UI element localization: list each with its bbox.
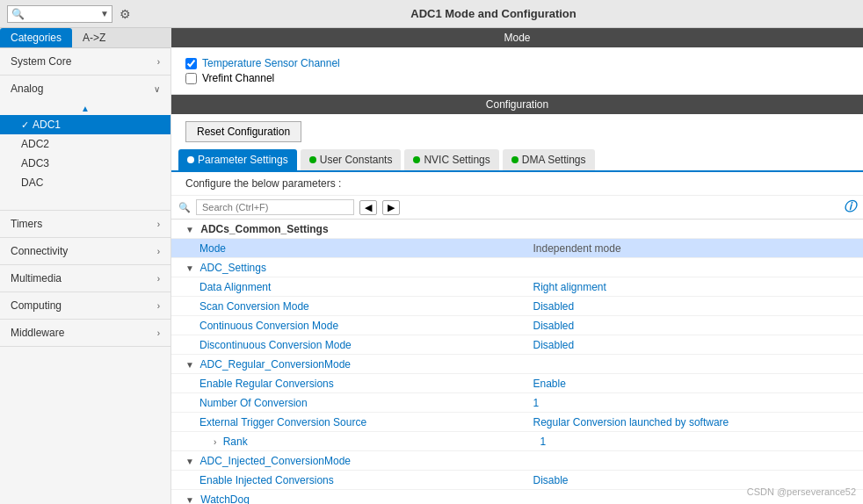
config-section-header: Configuration xyxy=(171,95,863,114)
temperature-sensor-checkbox[interactable] xyxy=(185,58,197,69)
next-button[interactable]: ▶ xyxy=(382,200,400,215)
info-icon[interactable]: ⓘ xyxy=(844,199,856,215)
tree-cell-label: Scan Conversion Mode xyxy=(171,298,526,315)
tab-user-constants[interactable]: User Constants xyxy=(301,149,402,170)
sidebar-section-middleware: Middleware › xyxy=(0,320,170,347)
main-layout: Categories A->Z System Core › Analog ∨ ▲… xyxy=(0,28,863,504)
tree-row[interactable]: External Trigger Conversion Source Regul… xyxy=(171,413,863,432)
tab-az[interactable]: A->Z xyxy=(72,28,116,47)
search-icon-params: 🔍 xyxy=(178,202,191,213)
tab-nvic-label: NVIC Settings xyxy=(424,154,490,166)
tree-row[interactable]: › Rank 1 xyxy=(171,432,863,451)
collapse-icon[interactable]: ▼ xyxy=(185,495,194,505)
tree-row[interactable]: Enable Regular Conversions Enable xyxy=(171,374,863,393)
tab-categories[interactable]: Categories xyxy=(0,28,72,47)
tree-cell-value xyxy=(519,227,864,232)
param-label: Discontinuous Conversion Mode xyxy=(199,339,352,351)
tree-cell-label: ▼ ADC_Injected_ConversionMode xyxy=(171,452,519,470)
dropdown-arrow-icon[interactable]: ▼ xyxy=(100,9,109,18)
search-input[interactable] xyxy=(28,9,98,19)
tab-parameter-label: Parameter Settings xyxy=(198,154,288,166)
tree-cell-value: 1 xyxy=(526,394,864,412)
tree-cell-label: Enable Regular Conversions xyxy=(171,375,526,392)
tab-dma-settings[interactable]: DMA Settings xyxy=(503,149,595,170)
timers-label: Timers xyxy=(11,218,42,230)
tree-cell-label: ▼ WatchDog xyxy=(171,491,519,505)
chevron-right-icon-timers: › xyxy=(157,220,160,229)
search-icon: 🔍 xyxy=(11,8,25,20)
collapse-icon[interactable]: ▼ xyxy=(185,225,194,234)
system-core-label: System Core xyxy=(11,55,71,68)
tab-dma-label: DMA Settings xyxy=(522,154,586,166)
tree-cell-label: › Rank xyxy=(171,433,533,450)
tree-cell-value: Right alignment xyxy=(526,278,864,296)
reset-config-button[interactable]: Reset Configuration xyxy=(185,121,301,142)
tree-row[interactable]: ▼ ADC_Settings xyxy=(171,258,863,277)
param-label: Mode xyxy=(199,242,226,255)
expand-icon[interactable]: › xyxy=(214,437,216,447)
tree-row[interactable]: ▼ ADC_Injected_ConversionMode xyxy=(171,451,863,471)
section-label: ADCs_Common_Settings xyxy=(200,223,328,235)
sidebar-section-computing: Computing › xyxy=(0,292,170,320)
chevron-right-icon-mw: › xyxy=(157,328,160,338)
param-label: Enable Regular Conversions xyxy=(199,378,334,390)
param-label: Number Of Conversion xyxy=(199,397,308,409)
gear-button[interactable]: ⚙ xyxy=(120,7,131,21)
config-body: Reset Configuration Parameter Settings U… xyxy=(171,114,863,504)
vrefint-row: Vrefint Channel xyxy=(185,72,849,84)
tab-dot-nvic xyxy=(413,156,420,163)
sidebar-item-adc3[interactable]: ADC3 xyxy=(0,154,170,173)
tree-row[interactable]: Mode Independent mode xyxy=(171,239,863,258)
tree-cell-value: Enable xyxy=(526,375,864,392)
content-area: Mode Temperature Sensor Channel Vrefint … xyxy=(171,28,863,504)
search-wrapper[interactable]: 🔍 ▼ xyxy=(7,5,112,23)
mode-section-header: Mode xyxy=(171,28,863,47)
params-search-input[interactable] xyxy=(196,199,354,215)
tab-parameter-settings[interactable]: Parameter Settings xyxy=(178,149,297,170)
prev-button[interactable]: ◀ xyxy=(359,200,377,215)
tree-row[interactable]: Scan Conversion Mode Disabled xyxy=(171,297,863,316)
chevron-right-icon-comp: › xyxy=(157,301,160,311)
sidebar-item-dac[interactable]: DAC xyxy=(0,173,170,192)
sidebar-item-computing[interactable]: Computing › xyxy=(0,292,170,319)
tab-user-label: User Constants xyxy=(320,154,393,166)
sidebar-item-middleware[interactable]: Middleware › xyxy=(0,320,170,346)
tree-row[interactable]: Discontinuous Conversion Mode Disabled xyxy=(171,335,863,355)
tree-row[interactable]: ▼ ADCs_Common_Settings xyxy=(171,220,863,239)
window-title: ADC1 Mode and Configuration xyxy=(131,7,856,20)
vrefint-checkbox[interactable] xyxy=(185,73,197,84)
tree-cell-value xyxy=(519,265,864,270)
tree-cell-label: ▼ ADC_Regular_ConversionMode xyxy=(171,356,519,373)
sidebar-item-multimedia[interactable]: Multimedia › xyxy=(0,265,170,292)
tree-cell-value xyxy=(519,362,864,367)
param-label: Data Alignment xyxy=(199,281,271,293)
tab-nvic-settings[interactable]: NVIC Settings xyxy=(404,149,498,170)
collapse-icon[interactable]: ▼ xyxy=(185,360,194,370)
sidebar-item-connectivity[interactable]: Connectivity › xyxy=(0,238,170,264)
sidebar-tabs: Categories A->Z xyxy=(0,28,170,48)
tree-cell-value: 1 xyxy=(533,433,864,450)
collapse-icon[interactable]: ▼ xyxy=(185,263,194,273)
chevron-down-icon: ∨ xyxy=(154,84,160,94)
collapse-icon[interactable]: ▼ xyxy=(185,457,194,466)
computing-label: Computing xyxy=(11,299,62,312)
tree-row[interactable]: Continuous Conversion Mode Disabled xyxy=(171,316,863,335)
sidebar-item-system-core[interactable]: System Core › xyxy=(0,48,170,75)
tree-row[interactable]: ▼ ADC_Regular_ConversionMode xyxy=(171,355,863,374)
sidebar-item-timers[interactable]: Timers › xyxy=(0,211,170,237)
sidebar-item-analog[interactable]: Analog ∨ xyxy=(0,76,170,102)
sidebar-item-adc1[interactable]: ✓ADC1 xyxy=(0,115,170,134)
tree-row[interactable]: Number Of Conversion 1 xyxy=(171,393,863,413)
tab-dot-dma xyxy=(511,156,519,163)
tree-row[interactable]: Data Alignment Right alignment xyxy=(171,277,863,297)
tree-cell-label: Data Alignment xyxy=(171,278,526,296)
tree-cell-label: ▼ ADCs_Common_Settings xyxy=(171,220,519,238)
sidebar-section-connectivity: Connectivity › xyxy=(0,238,170,265)
param-label: Scan Conversion Mode xyxy=(199,300,309,313)
config-tabs: Parameter Settings User Constants NVIC S… xyxy=(171,149,863,172)
mode-section-body: Temperature Sensor Channel Vrefint Chann… xyxy=(171,47,863,95)
tree-cell-value: Independent mode xyxy=(526,240,864,257)
sidebar-item-adc2[interactable]: ADC2 xyxy=(0,134,170,154)
param-label: External Trigger Conversion Source xyxy=(199,416,366,428)
tree-cell-label: ▼ ADC_Settings xyxy=(171,259,519,277)
